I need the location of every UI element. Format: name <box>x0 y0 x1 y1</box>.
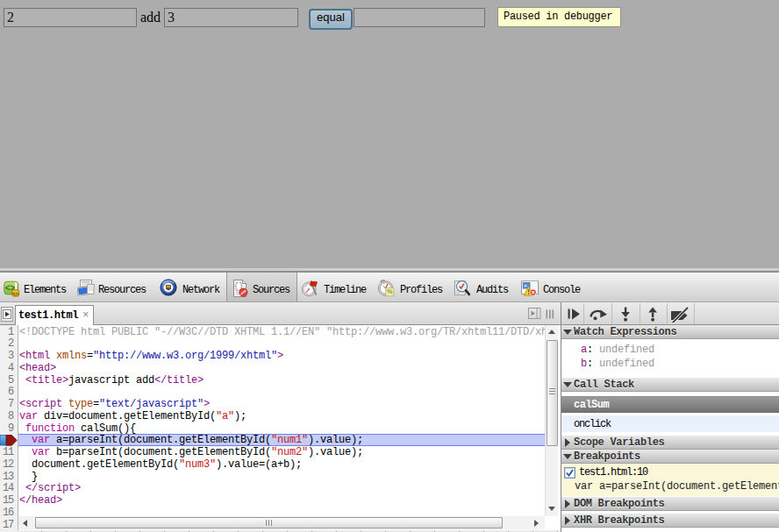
svg-text:<>: <> <box>12 291 18 296</box>
svg-text:%: % <box>387 287 393 295</box>
